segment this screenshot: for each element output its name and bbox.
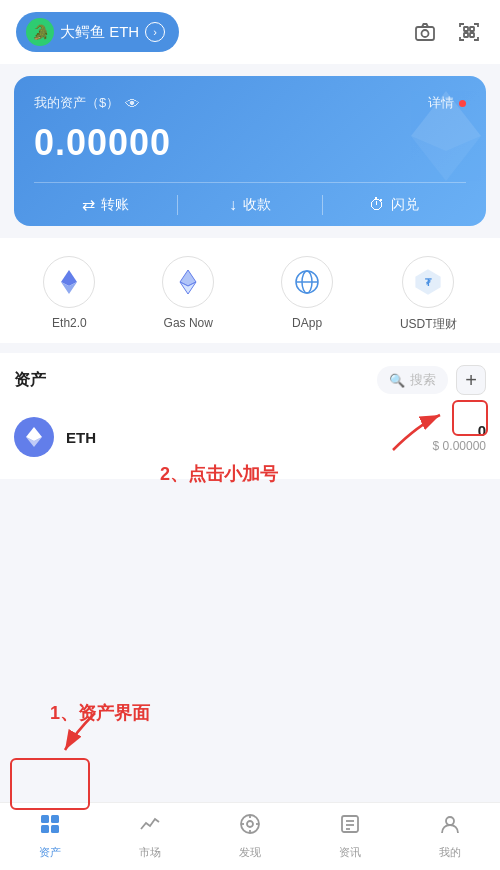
header-icons [410, 17, 484, 47]
assets-nav-icon [39, 813, 61, 841]
svg-rect-23 [41, 825, 49, 833]
dapp-icon [281, 256, 333, 308]
nav-item-me[interactable]: 我的 [400, 803, 500, 870]
usdt-label: USDT理财 [400, 316, 457, 333]
receive-icon: ↓ [229, 196, 237, 214]
market-nav-label: 市场 [139, 845, 161, 860]
add-asset-button[interactable]: + [456, 365, 486, 395]
assets-section: 资产 🔍 搜索 + ETH 0 $ 0.00000 [0, 353, 500, 479]
eth-watermark [396, 86, 486, 190]
search-icon: 🔍 [389, 373, 405, 388]
nav-item-assets[interactable]: 资产 [0, 803, 100, 870]
svg-point-35 [446, 817, 454, 825]
chevron-right-icon: › [145, 22, 165, 42]
eth-coin-icon [14, 417, 54, 457]
quick-item-eth2[interactable]: Eth2.0 [43, 256, 95, 333]
svg-rect-4 [464, 33, 468, 37]
nav-item-market[interactable]: 市场 [100, 803, 200, 870]
svg-rect-3 [470, 27, 474, 31]
flash-icon: ⏱ [369, 196, 385, 214]
wallet-avatar: 🐊 [26, 18, 54, 46]
quick-item-gasnow[interactable]: Gas Now [162, 256, 214, 333]
svg-rect-5 [470, 33, 474, 37]
header: 🐊 大鳄鱼 ETH › [0, 0, 500, 64]
quick-item-usdt[interactable]: ₮ USDT理财 [400, 256, 457, 333]
step1-instruction: 1、资产界面 [50, 701, 150, 725]
svg-rect-24 [51, 825, 59, 833]
assets-title: 资产 [14, 370, 46, 391]
search-box[interactable]: 🔍 搜索 [377, 366, 448, 394]
assets-search-area: 🔍 搜索 + [377, 365, 486, 395]
discover-nav-icon [239, 813, 261, 841]
discover-nav-label: 发现 [239, 845, 261, 860]
svg-point-26 [247, 821, 253, 827]
svg-rect-2 [464, 27, 468, 31]
market-nav-icon [139, 813, 161, 841]
svg-point-1 [422, 30, 429, 37]
eye-icon[interactable]: 👁 [125, 95, 140, 112]
eth-usd: $ 0.00000 [433, 439, 486, 453]
news-nav-label: 资讯 [339, 845, 361, 860]
news-nav-icon [339, 813, 361, 841]
tab-annotation-arrow [55, 708, 105, 758]
svg-text:₮: ₮ [425, 277, 432, 288]
eth-coin-info: ETH [66, 429, 433, 446]
asset-label: 我的资产（$） 👁 [34, 94, 140, 112]
gasnow-icon [162, 256, 214, 308]
assets-nav-label: 资产 [39, 845, 61, 860]
svg-rect-21 [41, 815, 49, 823]
bottom-nav: 资产 市场 发现 [0, 802, 500, 870]
usdt-icon: ₮ [402, 256, 454, 308]
nav-item-discover[interactable]: 发现 [200, 803, 300, 870]
eth-amount: 0 [433, 422, 486, 439]
svg-rect-0 [416, 27, 434, 40]
eth2-label: Eth2.0 [52, 316, 87, 330]
eth-coin-name: ETH [66, 429, 433, 446]
scan-icon[interactable] [454, 17, 484, 47]
search-placeholder-text: 搜索 [410, 371, 436, 389]
eth2-icon [43, 256, 95, 308]
wallet-selector[interactable]: 🐊 大鳄鱼 ETH › [16, 12, 179, 52]
assets-header: 资产 🔍 搜索 + [14, 365, 486, 395]
wallet-name: 大鳄鱼 ETH [60, 23, 139, 42]
transfer-button[interactable]: ⇄ 转账 [34, 183, 177, 226]
me-nav-icon [439, 813, 461, 841]
me-nav-label: 我的 [439, 845, 461, 860]
quick-menu: Eth2.0 Gas Now DApp ₮ USDT理财 [0, 238, 500, 343]
nav-item-news[interactable]: 资讯 [300, 803, 400, 870]
svg-rect-22 [51, 815, 59, 823]
asset-row-eth[interactable]: ETH 0 $ 0.00000 [14, 407, 486, 467]
eth-coin-value: 0 $ 0.00000 [433, 422, 486, 453]
camera-icon[interactable] [410, 17, 440, 47]
quick-item-dapp[interactable]: DApp [281, 256, 333, 333]
receive-button[interactable]: ↓ 收款 [178, 184, 321, 226]
gasnow-label: Gas Now [164, 316, 213, 330]
dapp-label: DApp [292, 316, 322, 330]
transfer-icon: ⇄ [82, 195, 95, 214]
asset-card: 我的资产（$） 👁 详情 0.00000 ⇄ 转账 ↓ 收款 ⏱ 闪兑 [14, 76, 486, 226]
